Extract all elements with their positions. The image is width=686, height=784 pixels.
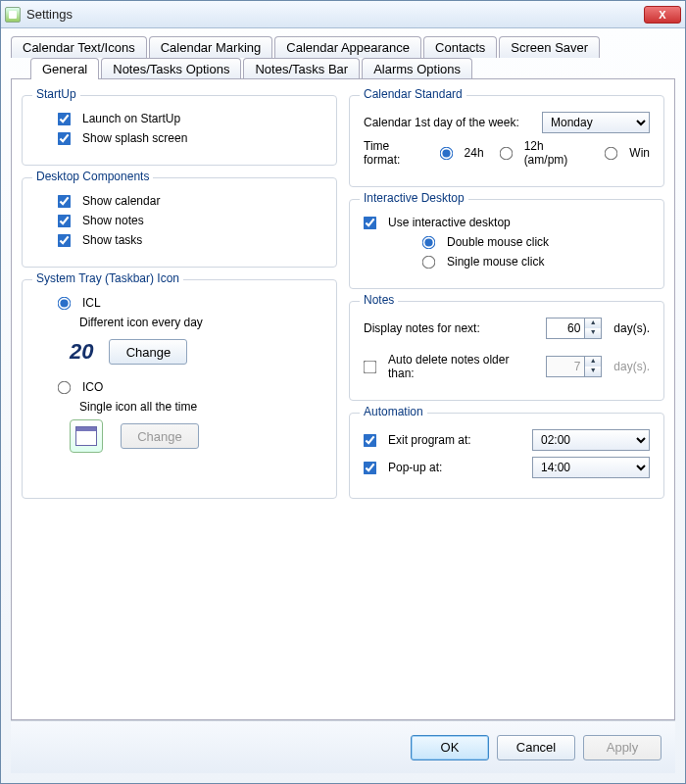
popup-time-select[interactable]: 14:00	[532, 457, 650, 478]
tray-icl-sub: Different icon every day	[79, 316, 203, 329]
tab-screen-saver[interactable]: Screen Saver	[499, 36, 600, 58]
spin-up-icon: ▲	[585, 357, 601, 367]
time-win-radio[interactable]	[605, 146, 618, 160]
group-title: StartUp	[32, 87, 80, 101]
tray-icl-radio[interactable]	[58, 296, 72, 310]
exit-program-checkbox[interactable]	[364, 433, 377, 447]
tab-row-top: Calendar Text/Icons Calendar Marking Cal…	[11, 36, 675, 58]
tray-ico-sub: Single icon all the time	[79, 400, 197, 414]
tab-notes-tasks-bar[interactable]: Notes/Tasks Bar	[243, 58, 360, 79]
auto-delete-checkbox[interactable]	[364, 360, 377, 373]
tab-notes-tasks-options[interactable]: Notes/Tasks Options	[101, 58, 241, 79]
exit-program-label[interactable]: Exit program at:	[388, 433, 471, 447]
tab-calendar-text-icons[interactable]: Calendar Text/Icons	[11, 36, 147, 58]
spin-down-icon: ▼	[585, 367, 601, 376]
time-12h-radio[interactable]	[499, 146, 513, 160]
group-interactive-desktop: Interactive Desktop Use interactive desk…	[349, 199, 664, 289]
show-tasks-checkbox[interactable]	[58, 233, 72, 247]
double-click-radio[interactable]	[422, 235, 436, 249]
time-24h-radio[interactable]	[439, 146, 453, 160]
tab-contacts[interactable]: Contacts	[423, 36, 497, 58]
left-column: StartUp Launch on StartUp Show splash sc…	[22, 89, 337, 499]
show-tasks-label[interactable]: Show tasks	[82, 233, 142, 247]
dialog-footer: OK Cancel Apply	[11, 720, 675, 773]
app-icon	[5, 7, 21, 23]
first-day-label: Calendar 1st day of the week:	[364, 116, 519, 129]
titlebar: Settings X	[1, 1, 685, 28]
tab-row-bottom: General Notes/Tasks Options Notes/Tasks …	[30, 58, 675, 79]
tab-alarms-options[interactable]: Alarms Options	[362, 58, 472, 79]
days-unit-disabled: day(s).	[613, 360, 650, 373]
show-notes-label[interactable]: Show notes	[82, 214, 144, 227]
tab-calendar-appearance[interactable]: Calendar Appearance	[274, 36, 421, 58]
days-unit: day(s).	[613, 321, 650, 335]
display-notes-input[interactable]	[546, 318, 585, 339]
tray-icl-label[interactable]: ICL	[82, 296, 101, 310]
tab-page-general: StartUp Launch on StartUp Show splash sc…	[11, 78, 675, 720]
group-system-tray: System Tray (Taskbar) Icon ICL Different…	[22, 279, 337, 499]
show-calendar-label[interactable]: Show calendar	[82, 194, 160, 208]
group-startup: StartUp Launch on StartUp Show splash sc…	[22, 95, 337, 166]
group-title: Calendar Standard	[360, 87, 466, 101]
auto-delete-input	[546, 356, 585, 377]
double-click-label[interactable]: Double mouse click	[447, 235, 549, 249]
auto-delete-spinner: ▲▼	[546, 356, 602, 377]
apply-button: Apply	[583, 735, 662, 760]
group-title: Notes	[360, 293, 398, 307]
group-title: Automation	[360, 405, 427, 418]
window-title: Settings	[26, 7, 644, 22]
day-number-icon: 20	[70, 339, 93, 365]
calendar-icon	[70, 419, 103, 453]
auto-delete-label[interactable]: Auto delete notes older than:	[388, 353, 534, 380]
display-notes-spinner[interactable]: ▲▼	[546, 318, 602, 339]
right-column: Calendar Standard Calendar 1st day of th…	[349, 89, 664, 499]
popup-checkbox[interactable]	[364, 461, 377, 474]
group-desktop-components: Desktop Components Show calendar Show no…	[22, 177, 337, 268]
group-calendar-standard: Calendar Standard Calendar 1st day of th…	[349, 95, 664, 187]
content-area: Calendar Text/Icons Calendar Marking Cal…	[1, 28, 685, 783]
tab-general[interactable]: General	[30, 58, 99, 79]
tray-ico-radio[interactable]	[58, 380, 72, 394]
show-calendar-checkbox[interactable]	[58, 194, 72, 208]
group-automation: Automation Exit program at: 02:00 Pop-up…	[349, 413, 664, 499]
time-format-label: Time format:	[364, 139, 428, 167]
launch-on-startup-label[interactable]: Launch on StartUp	[82, 112, 180, 125]
display-notes-label: Display notes for next:	[364, 321, 480, 335]
launch-on-startup-checkbox[interactable]	[58, 112, 72, 125]
ok-button[interactable]: OK	[411, 735, 489, 760]
single-click-radio[interactable]	[422, 255, 436, 269]
group-title: System Tray (Taskbar) Icon	[32, 271, 183, 285]
single-click-label[interactable]: Single mouse click	[447, 255, 544, 269]
close-button[interactable]: X	[644, 6, 681, 24]
group-notes: Notes Display notes for next: ▲▼ day(s).	[349, 301, 664, 401]
tray-ico-label[interactable]: ICO	[82, 380, 103, 394]
spin-down-icon[interactable]: ▼	[585, 328, 601, 338]
spin-up-icon[interactable]: ▲	[585, 318, 601, 328]
cancel-button[interactable]: Cancel	[497, 735, 575, 760]
change-icl-button[interactable]: Change	[109, 339, 187, 365]
tab-calendar-marking[interactable]: Calendar Marking	[149, 36, 273, 58]
show-splash-checkbox[interactable]	[58, 131, 72, 145]
first-day-select[interactable]: Monday	[542, 112, 650, 133]
time-win-label[interactable]: Win	[629, 146, 650, 160]
change-ico-button: Change	[121, 423, 199, 449]
exit-time-select[interactable]: 02:00	[532, 429, 650, 451]
use-interactive-label[interactable]: Use interactive desktop	[388, 216, 511, 229]
time-24h-label[interactable]: 24h	[465, 146, 484, 160]
popup-label[interactable]: Pop-up at:	[388, 461, 442, 474]
time-12h-label[interactable]: 12h (am/pm)	[524, 139, 590, 167]
show-notes-checkbox[interactable]	[58, 214, 72, 227]
group-title: Desktop Components	[32, 170, 153, 183]
use-interactive-checkbox[interactable]	[364, 216, 377, 229]
show-splash-label[interactable]: Show splash screen	[82, 131, 187, 145]
settings-window: Settings X Calendar Text/Icons Calendar …	[0, 0, 686, 784]
group-title: Interactive Desktop	[360, 191, 468, 205]
